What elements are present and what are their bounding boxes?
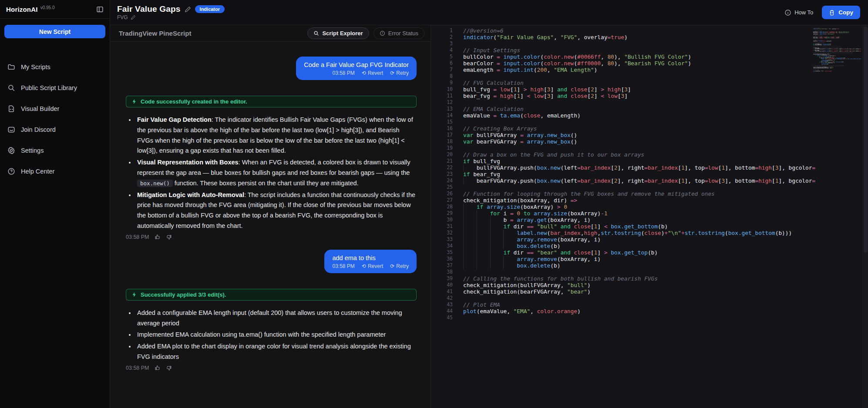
- retry-button[interactable]: ⟳Retry: [390, 263, 409, 269]
- line-number: 45: [435, 314, 453, 321]
- code-line: 25: [435, 184, 807, 191]
- code-lines[interactable]: 1//@version=62indicator("Fair Value Gaps…: [431, 25, 868, 321]
- help-circle-icon: [7, 167, 15, 176]
- new-script-button[interactable]: New Script: [4, 25, 105, 38]
- code-line: 9// FVG Calculation: [435, 80, 807, 86]
- editor-scrollbar[interactable]: [862, 25, 868, 408]
- code-line: 45: [435, 314, 807, 321]
- code-line: 3: [435, 40, 807, 47]
- indent-guide: [463, 177, 477, 184]
- bold-text: Mitigation Logic with Auto-Removal: [137, 191, 244, 198]
- chat-panel: TradingView PineScript Script Explorer E…: [110, 25, 431, 408]
- code-line: 10bull_fvg = low[1] > high[3] and close[…: [435, 86, 807, 93]
- line-number: 41: [435, 288, 453, 295]
- list-item: Added EMA plot to the chart display in o…: [135, 341, 417, 362]
- line-number: 21: [435, 158, 453, 164]
- code-line: 4// Input Settings: [435, 47, 807, 54]
- sidebar-item-my-scripts[interactable]: My Scripts: [0, 57, 110, 77]
- code-line: 34box.delete(b): [435, 243, 807, 249]
- code-line: 7emaLength = input.int(200, "EMA Length"…: [435, 67, 807, 73]
- line-number: 37: [435, 262, 453, 269]
- line-number: 43: [435, 301, 453, 308]
- message-timestamp: 03:58 PM: [332, 263, 354, 269]
- indent-guide: [463, 217, 503, 223]
- how-to-button[interactable]: How To: [784, 9, 813, 16]
- code-line: 15: [435, 119, 807, 125]
- line-number: 19: [435, 145, 453, 151]
- edit-title-icon[interactable]: [185, 6, 191, 13]
- code-line: 39// Calling the functions for both bull…: [435, 275, 807, 282]
- retry-button[interactable]: ⟳Retry: [390, 70, 409, 76]
- thumbs-up-button[interactable]: [155, 365, 161, 371]
- sidebar-item-join-discord[interactable]: Join Discord: [0, 119, 110, 140]
- code-line: 30b = array.get(boxArray, i): [435, 217, 807, 223]
- folder-icon: [7, 63, 15, 71]
- page-title: Fair Value Gaps: [117, 4, 181, 14]
- retry-icon: ⟳: [390, 70, 394, 76]
- code-line: 41check_mitigation(bearFVGArray, "bear"): [435, 288, 807, 295]
- line-number: 14: [435, 112, 453, 119]
- list-item: Implemented EMA calculation using ta.ema…: [135, 330, 417, 340]
- code-line: 19: [435, 145, 807, 151]
- scrollbar-thumb[interactable]: [864, 27, 868, 253]
- code-line: 43// Plot EMA: [435, 301, 807, 308]
- sidebar-item-public-script-library[interactable]: Public Script Library: [0, 77, 110, 98]
- sidebar-item-visual-builder[interactable]: Visual Builder: [0, 98, 110, 119]
- search-icon: [7, 84, 15, 92]
- code-line: 28if array.size(boxArray) > 0: [435, 204, 807, 210]
- thumbs-up-button[interactable]: [155, 234, 161, 240]
- indent-guide: [463, 262, 517, 269]
- thumbs-down-button[interactable]: [166, 234, 172, 240]
- line-number: 1: [435, 27, 453, 34]
- line-number: 33: [435, 236, 453, 243]
- search-icon: [313, 30, 319, 36]
- line-number: 12: [435, 99, 453, 106]
- line-number: 7: [435, 67, 453, 73]
- code-editor[interactable]: 1//@version=62indicator("Fair Value Gaps…: [431, 25, 868, 408]
- code-line: 1//@version=6: [435, 27, 807, 34]
- line-number: 16: [435, 125, 453, 132]
- editor-minimap[interactable]: //@version=6indicator("Fair Value Gaps",…: [813, 27, 861, 408]
- line-number: 4: [435, 47, 453, 54]
- message-timestamp: 03:58 PM: [332, 70, 354, 76]
- code-line: 11bear_fvg = high[1] < low[3] and close[…: [435, 93, 807, 99]
- sidebar-item-settings[interactable]: Settings: [0, 140, 110, 161]
- indent-guide: [813, 64, 821, 64]
- sidebar-collapse-icon[interactable]: [96, 6, 104, 13]
- line-number: 8: [435, 73, 453, 80]
- code-line: 14emaValue = ta.ema(close, emaLength): [435, 112, 807, 119]
- error-status-button[interactable]: Error Status: [373, 27, 424, 39]
- code-line: 42: [435, 295, 807, 301]
- line-number: 32: [435, 230, 453, 236]
- code-line: 23if bear_fvg: [435, 171, 807, 177]
- code-line: 20// Draw a box on the FVG and push it t…: [435, 151, 807, 158]
- copy-button[interactable]: Copy: [822, 6, 860, 19]
- app-logo: HorizonAI: [6, 6, 38, 13]
- code-line: 44plot(emaValue, "EMA", color.orange): [435, 308, 807, 314]
- file-code-icon: [7, 105, 15, 113]
- line-number: 13: [435, 106, 453, 112]
- script-subtitle: FVG: [117, 14, 128, 20]
- edit-subtitle-icon[interactable]: [131, 15, 136, 20]
- sidebar-item-help-center[interactable]: Help Center: [0, 161, 110, 182]
- top-header: Fair Value Gaps Indicator FVG How To Cop…: [110, 0, 868, 25]
- line-number: 28: [435, 204, 453, 210]
- message-meta: 03:58 PM⟲Revert⟳Retry: [332, 263, 409, 269]
- line-number: 35: [435, 249, 453, 256]
- user-message: add ema to this03:58 PM⟲Revert⟳Retry: [324, 250, 417, 273]
- script-explorer-button[interactable]: Script Explorer: [307, 27, 369, 39]
- lightning-icon: [131, 292, 137, 298]
- list-item: Visual Representation with Boxes: When a…: [135, 157, 417, 188]
- line-number: 24: [435, 177, 453, 184]
- line-number: 26: [435, 191, 453, 197]
- code-line: 2indicator("Fair Value Gaps", "FVG", ove…: [435, 34, 807, 40]
- line-number: 42: [435, 295, 453, 301]
- code-line: bullFVGArray.push(box.new(left=bar_index…: [813, 48, 861, 49]
- revert-button[interactable]: ⟲Revert: [362, 70, 383, 76]
- code-line: 35if dir == "bear" and close[1] > box.ge…: [435, 249, 807, 256]
- line-number: 25: [435, 184, 453, 191]
- header-actions: How To Copy: [784, 6, 860, 19]
- revert-button[interactable]: ⟲Revert: [362, 263, 383, 269]
- thumbs-down-button[interactable]: [166, 365, 172, 371]
- line-number: 36: [435, 256, 453, 262]
